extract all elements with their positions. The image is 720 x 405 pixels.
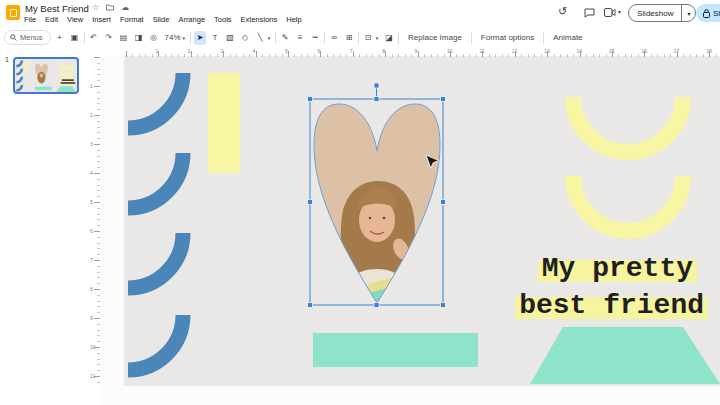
search-icon bbox=[10, 34, 17, 41]
resize-handle-ne[interactable] bbox=[441, 97, 446, 102]
toolbar-text-box[interactable]: T bbox=[209, 31, 221, 45]
resize-handle-s[interactable] bbox=[374, 303, 379, 308]
hruler-num-11: 11 bbox=[479, 48, 484, 54]
toolbar-undo[interactable]: ↶ bbox=[88, 31, 100, 45]
slideshow-button[interactable]: Slideshow ▾ bbox=[628, 4, 696, 22]
toolbar-divider[interactable] bbox=[84, 32, 85, 44]
hruler-num-14: 14 bbox=[577, 48, 583, 54]
menu-slide[interactable]: Slide bbox=[153, 15, 170, 24]
share-button[interactable]: Share bbox=[696, 4, 720, 22]
vruler-num-3: 3 bbox=[90, 141, 93, 147]
toolbar-border-dash[interactable]: ┅ bbox=[309, 31, 321, 45]
hruler-num-2: 2 bbox=[188, 48, 191, 54]
menu-extensions[interactable]: Extensions bbox=[241, 15, 278, 24]
hruler-num-7: 7 bbox=[350, 48, 353, 54]
version-history-icon[interactable]: ↺ bbox=[558, 6, 567, 17]
meet-camera-icon[interactable] bbox=[604, 8, 616, 17]
rotation-handle[interactable] bbox=[374, 83, 379, 88]
vertical-ruler: 1234567891011 bbox=[90, 57, 100, 385]
resize-handle-sw[interactable] bbox=[308, 303, 313, 308]
toolbar-add[interactable]: + bbox=[54, 31, 66, 45]
toolbar-insert-shape[interactable]: ◇ bbox=[239, 31, 251, 45]
vruler-num-11: 11 bbox=[90, 373, 95, 379]
toolbar-redo[interactable]: ↷ bbox=[103, 31, 115, 45]
move-folder-icon[interactable] bbox=[106, 4, 114, 11]
yellow-arc-shapes[interactable] bbox=[573, 97, 683, 231]
document-title[interactable]: My Best Friend bbox=[25, 3, 89, 14]
menu-file[interactable]: File bbox=[24, 15, 36, 24]
hruler-num-18: 18 bbox=[706, 48, 712, 54]
toolbar-divider[interactable] bbox=[324, 32, 325, 44]
animate-button[interactable]: Animate bbox=[547, 31, 588, 44]
toolbar: Menus +▣↶↷▤◨◎ 74% ▾ ➤T▧◇╲▾✎≡┅∞⊞⊡▾◪ Repla… bbox=[0, 27, 720, 48]
slides-logo-icon[interactable] bbox=[6, 5, 20, 20]
vruler-num-4: 4 bbox=[90, 170, 93, 176]
resize-handle-e[interactable] bbox=[441, 200, 446, 205]
hruler-num-10: 10 bbox=[447, 48, 453, 54]
cloud-status-icon[interactable]: ☁ bbox=[121, 3, 129, 12]
vruler-num-9: 9 bbox=[90, 315, 93, 321]
zoom-caret-icon: ▾ bbox=[183, 35, 186, 41]
hruler-num-3: 3 bbox=[220, 48, 223, 54]
replace-image-button[interactable]: Replace Image bbox=[402, 31, 468, 44]
toolbar-paint-format[interactable]: ◨ bbox=[133, 31, 145, 45]
star-icon[interactable]: ☆ bbox=[92, 3, 99, 12]
toolbar-mask-image[interactable]: ◪ bbox=[383, 31, 395, 45]
hruler-num-8: 8 bbox=[382, 48, 385, 54]
resize-handle-nw[interactable] bbox=[308, 97, 313, 102]
toolbar-new-slide[interactable]: ▣ bbox=[69, 31, 81, 45]
menu-view[interactable]: View bbox=[67, 15, 83, 24]
format-options-button[interactable]: Format options bbox=[475, 31, 540, 44]
toolbar-divider[interactable] bbox=[398, 32, 399, 44]
hruler-num-1: 1 bbox=[155, 48, 158, 54]
toolbar-insert-link[interactable]: ∞ bbox=[328, 31, 340, 45]
menu-arrange[interactable]: Arrange bbox=[178, 15, 205, 24]
zoom-select[interactable]: 74% ▾ bbox=[163, 33, 188, 42]
toolbar-print[interactable]: ▤ bbox=[118, 31, 130, 45]
menu-format[interactable]: Format bbox=[120, 15, 144, 24]
vruler-num-5: 5 bbox=[90, 199, 93, 205]
comments-icon[interactable] bbox=[584, 8, 595, 18]
resize-handle-se[interactable] bbox=[441, 303, 446, 308]
toolbar-crop-caret[interactable]: ▾ bbox=[374, 31, 380, 45]
slide-title-line1[interactable]: My pretty bbox=[538, 254, 697, 284]
toolbar-select-cursor[interactable]: ➤ bbox=[194, 31, 206, 45]
editing-canvas[interactable]: My pretty best friend bbox=[100, 57, 720, 405]
toolbar-divider[interactable] bbox=[358, 32, 359, 44]
toolbar-add-comment[interactable]: ⊞ bbox=[343, 31, 355, 45]
meet-caret-icon[interactable]: ▾ bbox=[618, 8, 621, 15]
toolbar-zoom-tool[interactable]: ◎ bbox=[148, 31, 160, 45]
yellow-rectangle-shape[interactable] bbox=[208, 73, 240, 173]
heart-photo[interactable] bbox=[310, 97, 444, 311]
hruler-num-6: 6 bbox=[317, 48, 320, 54]
blue-arc-shapes[interactable] bbox=[128, 73, 183, 370]
slide-canvas[interactable]: My pretty best friend bbox=[125, 57, 720, 385]
toolbar-insert-image[interactable]: ▧ bbox=[224, 31, 236, 45]
toolbar-border-color[interactable]: ✎ bbox=[279, 31, 291, 45]
menus-search-button[interactable]: Menus bbox=[4, 30, 51, 45]
teal-parallelogram-shape[interactable] bbox=[530, 327, 720, 384]
menu-tools[interactable]: Tools bbox=[214, 15, 232, 24]
slideshow-caret-icon[interactable]: ▾ bbox=[681, 5, 695, 21]
slide-title-line2[interactable]: best friend bbox=[515, 291, 708, 321]
toolbar-insert-line[interactable]: ╲ bbox=[254, 31, 266, 45]
resize-handle-w[interactable] bbox=[308, 200, 313, 205]
toolbar-divider[interactable] bbox=[275, 32, 276, 44]
menu-edit[interactable]: Edit bbox=[45, 15, 58, 24]
hruler-num-4: 4 bbox=[253, 48, 256, 54]
hruler-num-17: 17 bbox=[674, 48, 680, 54]
teal-rectangle-shape[interactable] bbox=[313, 333, 478, 367]
toolbar-crop[interactable]: ⊡ bbox=[362, 31, 374, 45]
toolbar-line-caret[interactable]: ▾ bbox=[266, 31, 272, 45]
toolbar-divider[interactable] bbox=[190, 32, 191, 44]
vruler-num-1: 1 bbox=[90, 83, 93, 89]
slide-number: 1 bbox=[5, 56, 9, 63]
menu-help[interactable]: Help bbox=[286, 15, 301, 24]
hruler-num-13: 13 bbox=[544, 48, 550, 54]
slide-thumbnail-1[interactable] bbox=[13, 57, 79, 94]
menu-insert[interactable]: Insert bbox=[92, 15, 111, 24]
hruler-num-15: 15 bbox=[609, 48, 615, 54]
resize-handle-n[interactable] bbox=[374, 97, 379, 102]
toolbar-border-weight[interactable]: ≡ bbox=[294, 31, 306, 45]
hruler-num-5: 5 bbox=[285, 48, 288, 54]
